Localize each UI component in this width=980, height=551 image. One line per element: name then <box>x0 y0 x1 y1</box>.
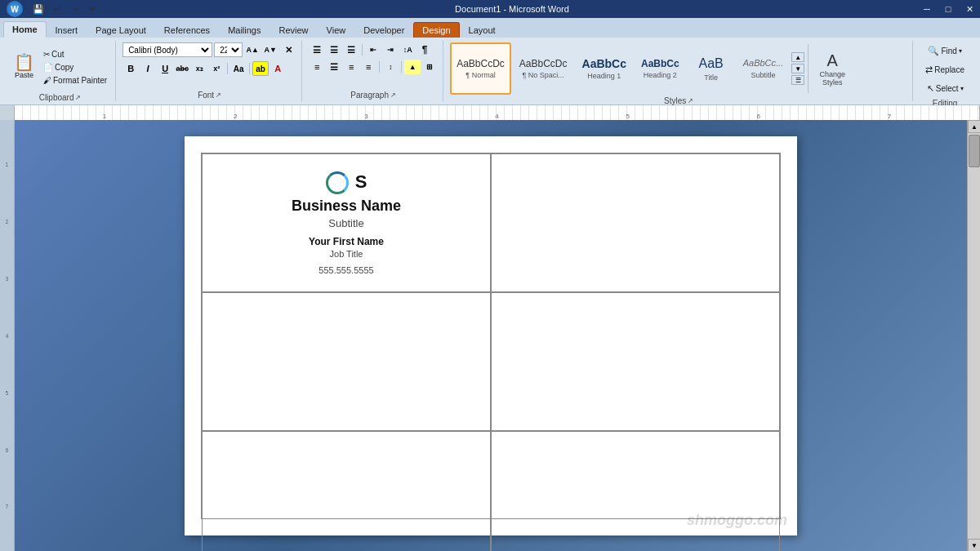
document-page: S Business Name Subtitle Your First Name… <box>185 136 797 535</box>
qa-dropdown-btn[interactable]: ▾ <box>85 2 100 16</box>
card-cell-1-1[interactable]: S Business Name Subtitle Your First Name… <box>202 153 491 292</box>
clipboard-group-label: Clipboard ↗ <box>10 93 110 104</box>
superscript-button[interactable]: x² <box>208 61 225 76</box>
numbering-button[interactable]: ☰ <box>326 42 342 57</box>
card-cell-2-1[interactable] <box>202 292 491 431</box>
styles-scroll-down[interactable]: ▼ <box>791 64 804 73</box>
center-button[interactable]: ☰ <box>326 60 342 74</box>
font-name-select[interactable]: Calibri (Body) <box>122 42 212 57</box>
style-normal[interactable]: AaBbCcDc ¶ Normal <box>450 42 511 95</box>
format-painter-button[interactable]: 🖌 Format Painter <box>40 74 110 87</box>
tab-design[interactable]: Design <box>413 22 459 38</box>
clipboard-expand-icon[interactable]: ↗ <box>75 94 81 101</box>
font-expand-icon[interactable]: ↗ <box>216 91 221 99</box>
document-area[interactable]: S Business Name Subtitle Your First Name… <box>15 120 967 551</box>
find-button[interactable]: 🔍 Find ▾ <box>922 42 967 60</box>
card-job-title: Job Title <box>330 249 363 259</box>
tab-page-layout[interactable]: Page Layout <box>87 22 155 38</box>
increase-indent-button[interactable]: ⇥ <box>382 42 399 57</box>
maximize-button[interactable]: □ <box>938 0 959 18</box>
vertical-scrollbar[interactable]: ▲ ▼ <box>967 120 980 551</box>
style-subtitle[interactable]: AaBbCc... Subtitle <box>737 42 791 95</box>
scroll-track[interactable] <box>968 133 980 539</box>
styles-expand-icon[interactable]: ↗ <box>688 97 693 104</box>
justify-button[interactable]: ≡ <box>360 60 376 74</box>
card-your-name: Your First Name <box>309 236 384 247</box>
tab-layout[interactable]: Layout <box>460 22 505 38</box>
tab-view[interactable]: View <box>318 22 355 38</box>
tab-references[interactable]: References <box>155 22 219 38</box>
window-title: Document1 - Microsoft Word <box>108 4 916 14</box>
style-title[interactable]: AaB Title <box>688 42 735 95</box>
borders-button[interactable]: ⊞ <box>421 60 438 74</box>
style-no-spacing-label: ¶ No Spaci... <box>522 71 564 79</box>
sort-button[interactable]: ↕A <box>399 42 416 57</box>
paragraph-expand-icon[interactable]: ↗ <box>390 91 396 99</box>
minimize-button[interactable]: ─ <box>916 0 938 18</box>
copy-button[interactable]: 📄 Copy <box>40 61 110 73</box>
change-case-button[interactable]: Aa <box>230 61 247 76</box>
line-spacing-button[interactable]: ↕ <box>382 60 399 74</box>
multilevel-button[interactable]: ☰ <box>343 42 359 57</box>
shading-button[interactable]: ▲ <box>404 60 421 74</box>
save-quick-btn[interactable]: 💾 <box>31 2 46 16</box>
show-hide-button[interactable]: ¶ <box>416 42 433 57</box>
decrease-indent-button[interactable]: ⇤ <box>365 42 381 57</box>
style-title-preview: AaB <box>699 56 724 71</box>
style-heading1[interactable]: AaBbCc Heading 1 <box>576 42 633 95</box>
horizontal-ruler[interactable]: 1 2 3 4 5 6 7 <box>15 105 980 120</box>
styles-group-content: AaBbCcDc ¶ Normal AaBbCcDc ¶ No Spaci...… <box>450 42 907 95</box>
clear-format-button[interactable]: ✕ <box>280 42 296 57</box>
font-group-content: Calibri (Body) 22 A▲ A▼ ✕ B I U abc x₂ x… <box>122 42 296 89</box>
styles-scroll-more[interactable]: ☰ <box>791 75 804 85</box>
card-phone: 555.555.5555 <box>318 265 373 275</box>
tab-developer[interactable]: Developer <box>354 22 413 38</box>
align-right-button[interactable]: ≡ <box>343 60 359 74</box>
find-dropdown-icon[interactable]: ▾ <box>959 47 962 55</box>
card-cell-2-2[interactable] <box>491 292 780 431</box>
select-button[interactable]: ↖ Select ▾ <box>921 80 969 97</box>
select-dropdown-icon[interactable]: ▾ <box>960 85 964 92</box>
style-heading2[interactable]: AaBbCc Heading 2 <box>635 42 686 95</box>
scroll-down-button[interactable]: ▼ <box>968 539 980 551</box>
italic-button[interactable]: I <box>140 61 156 76</box>
cut-button[interactable]: ✂ Cut <box>40 48 110 60</box>
bullets-button[interactable]: ☰ <box>309 42 325 57</box>
change-styles-button[interactable]: A ChangeStyles <box>812 42 853 95</box>
highlight-button[interactable]: ab <box>252 61 269 76</box>
card-cell-3-1[interactable] <box>202 431 491 551</box>
card-business-name: Business Name <box>292 198 401 215</box>
style-heading2-label: Heading 2 <box>644 71 677 79</box>
scroll-thumb[interactable] <box>969 135 980 167</box>
tab-mailings[interactable]: Mailings <box>219 22 270 38</box>
strikethrough-button[interactable]: abc <box>174 61 190 76</box>
replace-button[interactable]: ⇄ Replace <box>920 61 970 78</box>
tab-insert[interactable]: Insert <box>47 22 87 38</box>
style-no-spacing[interactable]: AaBbCcDc ¶ No Spaci... <box>513 42 574 95</box>
paragraph-group-label: Paragraph ↗ <box>309 91 438 101</box>
close-button[interactable]: ✕ <box>959 0 980 18</box>
grow-font-button[interactable]: A▲ <box>244 42 261 57</box>
card-cell-3-2[interactable]: shmoggo.com <box>491 431 780 551</box>
card-logo <box>326 171 349 194</box>
scroll-up-button[interactable]: ▲ <box>968 120 980 133</box>
underline-button[interactable]: U <box>157 61 173 76</box>
tab-review[interactable]: Review <box>270 22 317 38</box>
font-color-button[interactable]: A <box>270 61 286 76</box>
card-cell-1-2[interactable] <box>491 153 780 292</box>
clipboard-small-btns: ✂ Cut 📄 Copy 🖌 Format Painter <box>40 48 110 87</box>
redo-quick-btn[interactable]: ↪ <box>67 2 82 16</box>
shrink-font-button[interactable]: A▼ <box>262 42 278 57</box>
bold-button[interactable]: B <box>122 61 139 76</box>
font-name-row: Calibri (Body) 22 A▲ A▼ ✕ <box>122 42 296 57</box>
clipboard-group: 📋 Paste ✂ Cut 📄 Copy 🖌 Format Painter Cl… <box>5 41 116 101</box>
subscript-button[interactable]: x₂ <box>191 61 207 76</box>
paste-button[interactable]: 📋 Paste <box>10 42 38 91</box>
styles-scroll-up[interactable]: ▲ <box>791 52 804 62</box>
para-row-1: ☰ ☰ ☰ ⇤ ⇥ ↕A ¶ <box>309 42 433 57</box>
undo-quick-btn[interactable]: ↩ <box>49 2 64 16</box>
tab-home[interactable]: Home <box>3 21 47 38</box>
office-button[interactable]: W <box>7 1 23 17</box>
align-left-button[interactable]: ≡ <box>309 60 325 74</box>
font-size-select[interactable]: 22 <box>214 42 243 57</box>
